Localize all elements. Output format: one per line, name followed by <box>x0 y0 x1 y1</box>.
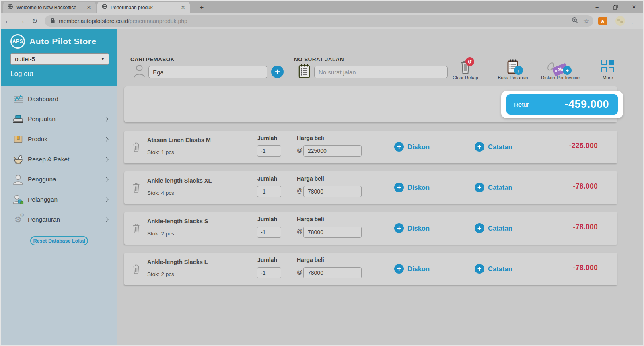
add-catatan-button[interactable]: + Catatan <box>475 264 512 274</box>
product-name: Ankle-length Slacks XL <box>147 177 212 184</box>
product-row: Ankle-length Slacks L Stok: 2 pcs Jumlah… <box>124 253 617 285</box>
at-sign: @ <box>297 269 302 275</box>
sidebar-item-label: Pengguna <box>28 176 105 183</box>
close-window-button[interactable]: ✕ <box>625 1 643 13</box>
product-stock: Stok: 1 pcs <box>147 149 174 155</box>
product-row: Atasan Linen Elastis M Stok: 1 pcs Jumla… <box>124 131 617 163</box>
reload-button[interactable]: ↻ <box>29 15 41 27</box>
line-total: -225.000 <box>569 142 598 150</box>
trash-undo-icon: ↺ <box>460 56 471 74</box>
add-supplier-button[interactable]: + <box>271 66 284 78</box>
sidebar-header: APS Auto Pilot Store outlet-5 ▼ Log out <box>1 29 117 86</box>
new-tab-button[interactable]: + <box>196 3 207 12</box>
line-total: -78.000 <box>573 223 598 231</box>
globe-favicon-icon <box>7 4 13 11</box>
sidebar-item-resep-paket[interactable]: Resep & Paket <box>1 149 117 169</box>
retur-total-button[interactable]: Retur -459.000 <box>506 94 618 115</box>
purchase-price-input[interactable] <box>303 145 362 157</box>
sidebar-item-pengaturan[interactable]: ⚙⚙ Pengaturan <box>1 210 117 230</box>
surat-jalan-input[interactable] <box>314 66 448 78</box>
product-name: Atasan Linen Elastis M <box>147 137 211 143</box>
sidebar-item-label: Penjualan <box>28 115 105 123</box>
tab-welcome-backoffice[interactable]: Welcome to New Backoffice ✕ <box>3 2 96 13</box>
jumlah-label: Jumlah <box>257 135 277 141</box>
back-button[interactable]: ← <box>2 15 14 27</box>
delete-item-icon[interactable] <box>132 142 140 154</box>
address-bar[interactable]: member.autopilotstore.co.id/penerimaanpr… <box>45 15 593 27</box>
zoom-icon[interactable] <box>572 17 578 25</box>
sidebar-item-label: Dashboard <box>28 95 108 103</box>
window-controls: – ✕ <box>588 1 643 13</box>
plus-icon: + <box>475 223 484 233</box>
chevron-right-icon <box>104 137 108 141</box>
add-diskon-button[interactable]: + Diskon <box>394 142 430 152</box>
clear-rekap-button[interactable]: ↺ Clear Rekap <box>447 56 484 80</box>
browser-titlebar: Welcome to New Backoffice ✕ Penerimaan p… <box>1 1 643 13</box>
retur-amount: -459.000 <box>564 98 609 111</box>
tab-penerimaan-produk[interactable]: Penerimaan produk ✕ <box>97 2 190 13</box>
more-button[interactable]: More <box>589 56 626 80</box>
sidebar-item-label: Pengaturan <box>28 216 105 223</box>
chevron-right-icon <box>104 177 108 181</box>
diskon-per-invoice-button[interactable]: % + Diskon Per Invoice <box>542 56 579 80</box>
sidebar-item-pengguna[interactable]: Pengguna <box>1 169 117 189</box>
buka-pesanan-button[interactable]: ↑ Buka Pesanan <box>494 56 531 80</box>
product-row: Ankle-length Slacks XL Stok: 4 pcs Jumla… <box>124 171 617 204</box>
delete-item-icon[interactable] <box>132 264 140 276</box>
purchase-price-input[interactable] <box>303 267 362 278</box>
add-catatan-button[interactable]: + Catatan <box>475 183 512 192</box>
mortar-pestle-icon <box>12 154 24 164</box>
browser-toolbar: ← → ↻ member.autopilotstore.co.id/peneri… <box>1 13 643 29</box>
add-catatan-button[interactable]: + Catatan <box>475 142 512 152</box>
line-total: -78.000 <box>573 182 598 191</box>
close-tab-icon[interactable]: ✕ <box>85 4 93 11</box>
customer-bag-icon <box>12 194 24 205</box>
outlet-select[interactable]: outlet-5 ▼ <box>10 53 109 65</box>
add-diskon-button[interactable]: + Diskon <box>394 183 430 192</box>
minimize-button[interactable]: – <box>588 1 606 13</box>
quantity-input[interactable] <box>257 267 281 278</box>
discount-tag-plus-icon: % + <box>553 56 568 74</box>
forward-button[interactable]: → <box>15 15 27 27</box>
chevron-down-icon: ▼ <box>101 57 105 61</box>
sidebar-menu: Dashboard Penjualan Produk <box>1 86 117 245</box>
purchase-price-input[interactable] <box>303 227 362 238</box>
quantity-input[interactable] <box>257 227 281 238</box>
delete-item-icon[interactable] <box>132 223 140 235</box>
add-diskon-button[interactable]: + Diskon <box>394 223 430 233</box>
close-tab-icon[interactable]: ✕ <box>179 4 187 11</box>
sidebar-item-dashboard[interactable]: Dashboard <box>1 89 117 109</box>
no-surat-jalan-label: NO SURAT JALAN <box>294 56 344 62</box>
sidebar-item-pelanggan[interactable]: Pelanggan <box>1 189 117 210</box>
harga-beli-label: Harga beli <box>297 175 324 182</box>
chevron-right-icon <box>104 197 108 202</box>
line-total: -78.000 <box>573 264 598 272</box>
retur-label: Retur <box>514 101 564 108</box>
tab-title: Penerimaan produk <box>111 5 179 10</box>
purchase-price-input[interactable] <box>303 186 362 197</box>
chrome-menu-icon[interactable]: ⋮ <box>629 17 635 25</box>
add-catatan-button[interactable]: + Catatan <box>475 223 512 233</box>
supplier-search-input[interactable] <box>148 66 267 78</box>
sidebar-item-produk[interactable]: Produk <box>1 129 117 149</box>
sidebar-item-label: Produk <box>28 136 105 143</box>
reset-database-button[interactable]: Reset Database Lokal <box>30 236 88 245</box>
cash-register-icon <box>12 114 24 124</box>
sidebar-item-penjualan[interactable]: Penjualan <box>1 109 117 129</box>
logout-link[interactable]: Log out <box>10 70 33 78</box>
delete-item-icon[interactable] <box>132 183 140 194</box>
quantity-input[interactable] <box>257 145 281 157</box>
restore-button[interactable] <box>606 1 625 13</box>
plus-icon: + <box>394 223 404 233</box>
plus-icon: + <box>394 142 404 152</box>
bookmark-star-icon[interactable]: ☆ <box>583 17 589 25</box>
product-stock: Stok: 2 pcs <box>147 271 174 277</box>
browser-window: Welcome to New Backoffice ✕ Penerimaan p… <box>0 0 644 346</box>
product-stock: Stok: 2 pcs <box>147 231 174 237</box>
add-diskon-button[interactable]: + Diskon <box>394 264 430 274</box>
profile-avatar[interactable] <box>615 16 625 26</box>
quantity-input[interactable] <box>257 186 281 197</box>
jumlah-label: Jumlah <box>257 175 277 182</box>
extension-icon[interactable]: a <box>598 17 607 25</box>
summary-panel: Retur -459.000 <box>124 86 617 122</box>
